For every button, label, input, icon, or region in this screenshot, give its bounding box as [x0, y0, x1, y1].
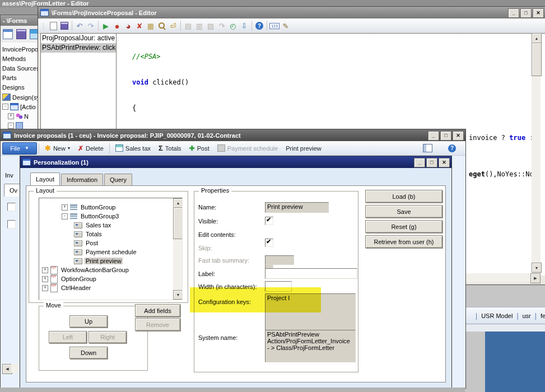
show-list-button[interactable] — [419, 142, 436, 155]
collapse-icon[interactable]: - — [8, 123, 14, 129]
aot-tree[interactable]: InvoicePropos Methods Data Sources Parts… — [1, 43, 40, 133]
maximize-button[interactable]: □ — [426, 158, 437, 167]
name-field[interactable]: Print preview — [265, 202, 329, 213]
run-icon[interactable]: ▶ — [100, 20, 111, 31]
delete-button[interactable]: ✗ Delete — [74, 142, 108, 155]
maximize-button[interactable]: □ — [440, 131, 451, 141]
undo-checkout-icon[interactable]: ↷ — [216, 20, 227, 31]
personalization-titlebar[interactable]: Personalization (1) — [20, 156, 451, 168]
collapse-icon[interactable]: - — [62, 213, 68, 220]
move-left-button[interactable]: Left — [49, 331, 87, 343]
enable-breakpoint-icon[interactable]: ◕ — [123, 20, 134, 31]
payment-schedule-button[interactable]: Payment schedule — [213, 142, 282, 155]
save-button[interactable]: Save — [365, 205, 442, 218]
history-icon[interactable]: ◴ — [227, 20, 239, 31]
help-icon[interactable]: ? — [254, 20, 265, 31]
load-button[interactable]: Load (b) — [365, 190, 442, 203]
scrollbar-track[interactable] — [11, 364, 19, 373]
move-right-button[interactable]: Right — [88, 331, 127, 343]
close-button[interactable]: ✕ — [453, 131, 464, 141]
aot-node-designs[interactable]: Designs — [2, 83, 40, 92]
move-down-button[interactable]: Down — [69, 347, 108, 359]
retrieve-from-user-button[interactable]: Retrieve from user (h) — [365, 235, 442, 248]
tree-node-post[interactable]: Post — [39, 239, 182, 248]
invoice-titlebar[interactable]: Invoice proposals (1 - ceu) - Invoice pr… — [1, 129, 465, 141]
aot-node-actionpane[interactable]: - [Actio — [2, 102, 40, 111]
toolbar-grip[interactable]: ⋮ — [40, 22, 46, 30]
aot-node-sub1[interactable]: + N — [2, 111, 40, 121]
undo-icon[interactable]: ↶ — [74, 20, 85, 31]
minimize-button[interactable]: _ — [414, 158, 425, 167]
scroll-down-icon[interactable]: ▼ — [173, 290, 183, 300]
method-item[interactable]: PSAbtPrintPreview: clicked — [41, 43, 116, 53]
line-numbers-icon[interactable]: 123 — [269, 20, 280, 31]
autotext-icon[interactable]: ✎ — [280, 20, 291, 31]
new-button[interactable]: ✱ New▾ — [41, 142, 74, 155]
aot-node-parts[interactable]: Parts — [2, 73, 40, 83]
method-item[interactable]: ProjProposalJour: active — [41, 34, 116, 43]
tab-layout[interactable]: Layout — [30, 172, 60, 185]
editor-titlebar[interactable]: \Forms\ProjInvoiceProposal - Editor — [38, 7, 545, 18]
move-up-button[interactable]: Up — [69, 315, 108, 328]
tree-node-payment-schedule[interactable]: Payment schedule — [39, 248, 182, 256]
aot-titlebar[interactable]: - \Forms — [1, 15, 40, 26]
tree-node-ctrlheader[interactable]: + CtrlHeader — [39, 283, 182, 292]
new-icon[interactable] — [48, 20, 59, 31]
open-editor-icon[interactable]: ▧ — [205, 20, 216, 31]
exit-icon[interactable]: ⏎ — [167, 20, 179, 31]
layout-tree[interactable]: + ButtonGroup - ButtonGroup3 Sales tax T… — [39, 198, 183, 300]
print-preview-button[interactable]: Print preview — [282, 142, 325, 155]
aot-node-invoiceproposals[interactable]: InvoicePropos — [2, 45, 40, 54]
breakpoint-icon[interactable]: ● — [111, 20, 123, 31]
file-menu-button[interactable]: File▼ — [2, 142, 37, 155]
collapse-icon[interactable]: - — [2, 104, 8, 110]
tree-node-buttongroup3[interactable]: - ButtonGroup3 — [39, 212, 182, 221]
redo-icon[interactable]: ↷ — [85, 20, 96, 31]
add-fields-button[interactable]: Add fields — [135, 304, 180, 317]
totals-button[interactable]: Σ Totals — [155, 142, 185, 155]
aot-node-methods[interactable]: Methods — [2, 54, 40, 64]
expand-icon[interactable]: + — [62, 204, 68, 211]
scrollbar-thumb[interactable] — [532, 43, 542, 76]
scroll-down-icon[interactable]: ▼ — [532, 263, 542, 273]
tree-node-totals[interactable]: Totals — [39, 230, 182, 239]
tree-node-workflowactionbargroup[interactable]: + WorkfowActionBarGroup — [39, 265, 182, 274]
sales-tax-button[interactable]: Sales tax — [111, 142, 155, 155]
aot-node-datasources[interactable]: Data Sources — [2, 64, 40, 73]
scroll-right-icon[interactable]: ▶ — [530, 273, 541, 283]
tree-node-print-preview[interactable]: Print preview — [39, 256, 182, 265]
visible-checkbox[interactable]: ✔ — [265, 217, 273, 225]
label-field[interactable] — [265, 268, 357, 279]
form-icon[interactable] — [3, 29, 13, 39]
checkin-icon[interactable]: ⇩ — [239, 20, 250, 31]
compare-icon[interactable]: ▥ — [194, 20, 205, 31]
width-field[interactable] — [265, 281, 292, 292]
lookup-icon[interactable] — [156, 20, 167, 31]
close-button[interactable]: ✕ — [533, 8, 544, 18]
grid-checkbox[interactable]: ✔ — [7, 203, 16, 211]
maximize-button[interactable]: □ — [520, 8, 532, 18]
expand-icon[interactable]: + — [42, 276, 48, 282]
help-button[interactable]: ? — [444, 142, 460, 155]
save-icon[interactable] — [59, 20, 70, 31]
fast-tab-summary-field[interactable] — [265, 255, 294, 265]
editor-vertical-scrollbar[interactable]: ▲ ▼ — [532, 33, 541, 273]
post-button[interactable]: ✚ Post — [185, 142, 213, 155]
edit-contents-checkbox[interactable]: ✔ — [265, 239, 273, 247]
expand-icon[interactable]: + — [42, 267, 48, 273]
scrollbar-thumb[interactable] — [173, 207, 183, 239]
minimize-button[interactable]: _ — [508, 8, 519, 18]
tree-scrollbar[interactable]: ▲ ▼ — [173, 198, 182, 300]
expand-icon[interactable]: + — [42, 285, 48, 291]
close-button[interactable]: ✕ — [439, 158, 450, 167]
save-all-icon[interactable] — [16, 29, 26, 39]
tab-query[interactable]: Query — [104, 174, 132, 185]
remove-button[interactable]: Remove — [135, 318, 180, 331]
tree-node-buttongroup[interactable]: + ButtonGroup — [39, 203, 182, 212]
grid-checkbox[interactable]: ✔ — [7, 220, 16, 228]
tree-node-sales-tax[interactable]: Sales tax — [39, 221, 182, 230]
aot-node-design[interactable]: Design(sy — [2, 92, 40, 102]
remove-breakpoints-icon[interactable]: ✘ — [134, 20, 145, 31]
add-method-icon[interactable]: ▤ — [183, 20, 194, 31]
minimize-button[interactable]: _ — [428, 131, 439, 141]
